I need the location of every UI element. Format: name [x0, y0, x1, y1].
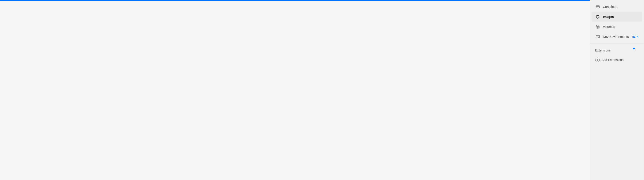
sidebar-item-images-label: Images [603, 15, 614, 19]
sidebar-item-dev-environments[interactable]: Dev Environments BETA [592, 32, 642, 41]
sidebar-divider [590, 44, 644, 44]
extensions-notification-dot [633, 48, 635, 49]
sidebar: Containers Images Volumes [590, 0, 644, 180]
images-icon [595, 14, 600, 19]
add-extensions-label: Add Extensions [602, 58, 624, 62]
svg-rect-5 [596, 35, 600, 38]
sidebar-item-extensions[interactable]: Extensions ⋮ [592, 46, 642, 55]
add-icon: + [595, 58, 600, 62]
containers-icon [595, 4, 600, 9]
sidebar-item-images[interactable]: Images [592, 12, 642, 22]
extensions-label: Extensions [595, 49, 634, 52]
volumes-icon [595, 24, 600, 29]
sidebar-item-containers-label: Containers [603, 5, 618, 9]
svg-rect-1 [596, 7, 600, 8]
top-bar [0, 0, 590, 1]
svg-point-4 [596, 25, 599, 27]
sidebar-item-dev-environments-label: Dev Environments [603, 35, 629, 39]
sidebar-item-containers[interactable]: Containers [592, 2, 642, 12]
beta-badge: BETA [632, 36, 638, 38]
dev-environments-icon [595, 34, 600, 39]
sidebar-item-volumes[interactable]: Volumes [592, 22, 642, 32]
sidebar-item-add-extensions[interactable]: + Add Extensions [592, 55, 642, 64]
sidebar-item-volumes-label: Volumes [603, 25, 615, 29]
svg-rect-0 [596, 6, 600, 7]
